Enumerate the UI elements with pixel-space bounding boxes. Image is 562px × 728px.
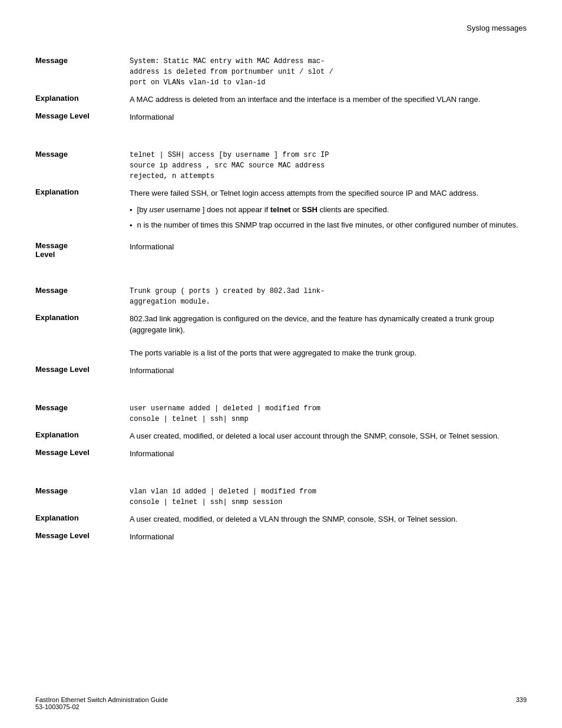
section-3-message-row: Message Trunk group ( ports ) created by… — [35, 286, 527, 307]
section-1-explanation-row: Explanation A MAC address is deleted fro… — [35, 94, 527, 106]
bullet-item-2: • n is the number of times this SNMP tra… — [130, 219, 527, 232]
section-5: Message vlan vlan id added | deleted | m… — [35, 486, 527, 542]
section-4-message-content: user username added | deleted | modified… — [130, 403, 527, 424]
page-header: Syslog messages — [35, 24, 527, 32]
bullet-dot-1: • — [130, 205, 133, 216]
section-3-explanation-label: Explanation — [35, 313, 130, 359]
bullet-text-1: [by user username ] does not appear if t… — [137, 204, 389, 216]
section-2-explanation-content: There were failed SSH, or Telnet login a… — [130, 187, 527, 235]
section-3-explanation-row: Explanation 802.3ad link aggregation is … — [35, 313, 527, 359]
section-4-level-content: Informational — [130, 448, 527, 460]
section-4-explanation-content: A user created, modified, or deleted a l… — [130, 430, 527, 442]
section-3-message-label: Message — [35, 286, 130, 307]
section-5-explanation-label: Explanation — [35, 513, 130, 525]
section-4-message-label: Message — [35, 403, 130, 424]
section-2-bullets: • [by user username ] does not appear if… — [130, 204, 527, 232]
section-4-explanation-row: Explanation A user created, modified, or… — [35, 430, 527, 442]
section-5-explanation-row: Explanation A user created, modified, or… — [35, 513, 527, 525]
section-3: Message Trunk group ( ports ) created by… — [35, 286, 527, 377]
section-5-message-label: Message — [35, 486, 130, 508]
section-3-level-row: Message Level Informational — [35, 365, 527, 377]
section-2-level-content: Informational — [130, 241, 527, 259]
bullet-dot-2: • — [130, 220, 133, 232]
section-1: Message System: Static MAC entry with MA… — [35, 56, 527, 123]
section-1-level-content: Informational — [130, 111, 527, 123]
section-4: Message user username added | deleted | … — [35, 403, 527, 459]
section-5-level-label: Message Level — [35, 531, 130, 543]
section-3-explanation-content: 802.3ad link aggregation is configured o… — [130, 313, 527, 359]
section-1-message-content: System: Static MAC entry with MAC Addres… — [130, 56, 527, 88]
page-footer: FastIron Ethernet Switch Administration … — [35, 696, 527, 710]
section-2-level-row: MessageLevel Informational — [35, 241, 527, 259]
section-4-explanation-label: Explanation — [35, 430, 130, 442]
section-3-exp-text1: 802.3ad link aggregation is configured o… — [130, 314, 494, 335]
section-2: Message telnet | SSH| access [by usernam… — [35, 150, 527, 259]
section-5-message-row: Message vlan vlan id added | deleted | m… — [35, 486, 527, 508]
section-2-explanation-label: Explanation — [35, 187, 130, 235]
section-4-level-label: Message Level — [35, 448, 130, 460]
footer-right: 339 — [516, 696, 527, 710]
section-3-level-content: Informational — [130, 365, 527, 377]
section-5-level-content: Informational — [130, 531, 527, 543]
section-2-explanation-row: Explanation There were failed SSH, or Te… — [35, 187, 527, 235]
section-2-level-label: MessageLevel — [35, 241, 130, 259]
section-1-level-label: Message Level — [35, 111, 130, 123]
section-1-explanation-label: Explanation — [35, 94, 130, 106]
section-1-message-row: Message System: Static MAC entry with MA… — [35, 56, 527, 88]
section-4-message-row: Message user username added | deleted | … — [35, 403, 527, 424]
section-3-exp-text2: The ports variable is a list of the port… — [130, 348, 416, 357]
section-5-explanation-content: A user created, modified, or deleted a V… — [130, 513, 527, 525]
section-2-message-row: Message telnet | SSH| access [by usernam… — [35, 150, 527, 182]
footer-left: FastIron Ethernet Switch Administration … — [35, 696, 168, 710]
section-3-level-label: Message Level — [35, 365, 130, 377]
section-3-message-content: Trunk group ( ports ) created by 802.3ad… — [130, 286, 527, 307]
section-4-level-row: Message Level Informational — [35, 448, 527, 460]
page: Syslog messages Message System: Static M… — [0, 0, 562, 594]
section-1-level-row: Message Level Informational — [35, 111, 527, 123]
section-2-message-content: telnet | SSH| access [by username ] from… — [130, 150, 527, 182]
bullet-item-1: • [by user username ] does not appear if… — [130, 204, 527, 216]
section-5-level-row: Message Level Informational — [35, 531, 527, 543]
section-1-message-label: Message — [35, 56, 130, 88]
bullet-text-2: n is the number of times this SNMP trap … — [137, 219, 518, 232]
header-title: Syslog messages — [467, 24, 527, 32]
section-5-message-content: vlan vlan id added | deleted | modified … — [130, 486, 527, 508]
section-2-message-label: Message — [35, 150, 130, 182]
section-1-explanation-content: A MAC address is deleted from an interfa… — [130, 94, 527, 106]
